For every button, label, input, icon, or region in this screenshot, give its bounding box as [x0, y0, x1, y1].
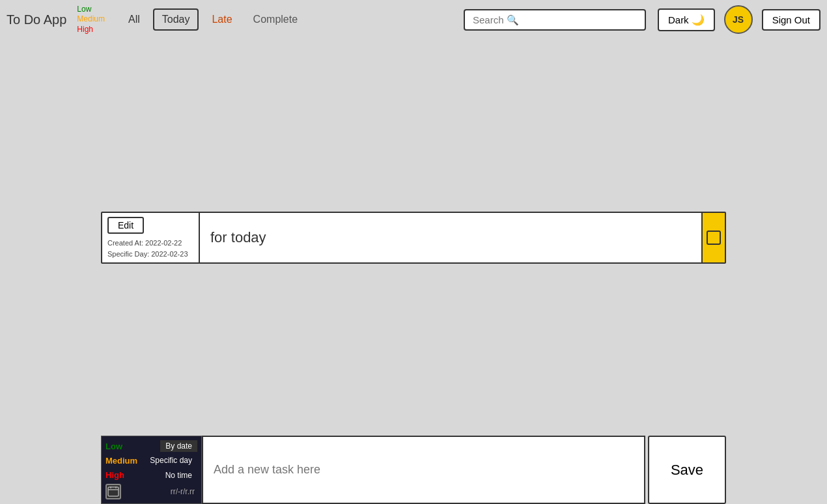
priority-legend: Low Medium High [77, 5, 105, 35]
signout-button[interactable]: Sign Out [762, 9, 820, 31]
add-task-icon-row: rr/-r/r.rr [102, 483, 201, 501]
svg-rect-0 [108, 487, 119, 496]
edit-button[interactable]: Edit [107, 217, 144, 234]
priority-low-row[interactable]: Low By date [102, 439, 201, 453]
main-content: Edit Created At: 2022-02-22 Specific Day… [0, 39, 827, 504]
priority-high-row[interactable]: High No time [102, 468, 201, 483]
dark-mode-button[interactable]: Dark [658, 8, 715, 31]
navbar: To Do App Low Medium High All Today Late… [0, 0, 827, 39]
task-complete-checkbox[interactable] [707, 231, 721, 245]
priority-high-label: High [77, 25, 105, 35]
task-specific-day: Specific Day: 2022-02-23 [107, 249, 193, 260]
task-left-panel: Edit Created At: 2022-02-22 Specific Day… [102, 213, 200, 262]
app-title: To Do App [7, 12, 66, 27]
time-option-no-time[interactable]: No time [160, 469, 197, 481]
task-text: for today [200, 213, 701, 262]
time-option-specific-day[interactable]: Specific day [145, 455, 197, 466]
task-checkbox-area[interactable] [701, 213, 725, 262]
nav-complete-button[interactable]: Complete [245, 10, 305, 29]
save-button[interactable]: Save [648, 436, 726, 504]
priority-med-row[interactable]: Medium Specific day [102, 453, 201, 468]
time-option-by-date[interactable]: By date [160, 440, 197, 452]
add-priority-low: Low [105, 441, 122, 451]
priority-low-label: Low [77, 5, 105, 15]
search-input[interactable] [464, 9, 646, 31]
date-display: rr/-r/r.rr [171, 487, 197, 496]
nav-all-button[interactable]: All [120, 10, 148, 29]
dark-mode-label: Dark [668, 14, 689, 25]
task-card: Edit Created At: 2022-02-22 Specific Day… [101, 212, 726, 264]
avatar[interactable]: JS [724, 5, 753, 34]
add-task-input[interactable] [203, 437, 644, 503]
nav-today-button[interactable]: Today [153, 8, 199, 31]
add-priority-high: High [105, 470, 124, 480]
add-priority-medium: Medium [105, 456, 137, 466]
calendar-icon[interactable] [105, 484, 121, 499]
search-container [464, 9, 646, 31]
priority-medium-label: Medium [77, 14, 105, 25]
moon-icon [692, 14, 705, 26]
task-metadata: Created At: 2022-02-22 Specific Day: 202… [107, 238, 193, 259]
add-task-bar: Low By date Medium Specific day High No … [101, 436, 726, 504]
avatar-initials: JS [733, 14, 744, 25]
add-task-left-panel: Low By date Medium Specific day High No … [101, 436, 202, 504]
nav-late-button[interactable]: Late [204, 10, 240, 29]
task-created-at: Created At: 2022-02-22 [107, 238, 193, 249]
add-task-input-area[interactable] [202, 436, 645, 504]
